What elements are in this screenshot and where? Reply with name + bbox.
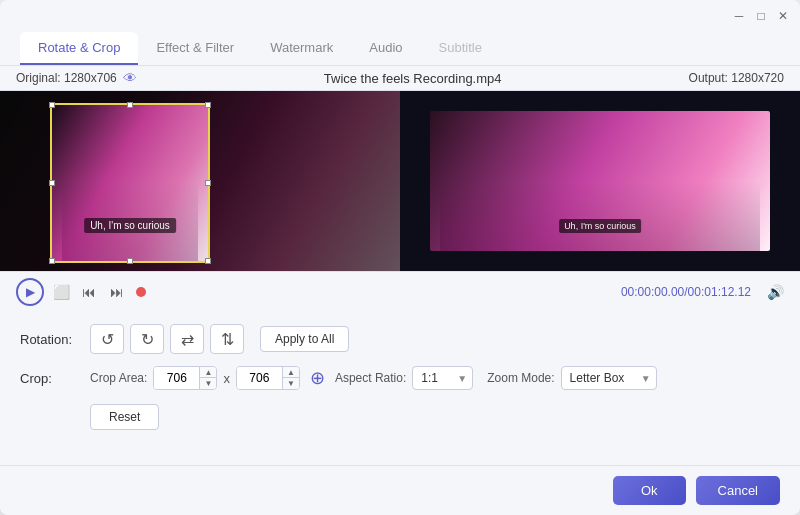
- crop-height-input[interactable]: [237, 367, 282, 389]
- reset-button[interactable]: Reset: [90, 404, 159, 430]
- preview-left: Uh, I'm so curious: [0, 91, 400, 271]
- output-resolution: Output: 1280x720: [689, 71, 784, 85]
- maximize-button[interactable]: □: [754, 9, 768, 23]
- aspect-ratio-wrap: 1:1 16:9 4:3 21:9 None ▼: [412, 366, 473, 390]
- aspect-ratio-select[interactable]: 1:1 16:9 4:3 21:9 None: [412, 366, 473, 390]
- eye-icon[interactable]: 👁: [123, 70, 137, 86]
- original-resolution: Original: 1280x706: [16, 71, 117, 85]
- ok-button[interactable]: Ok: [613, 476, 686, 505]
- zoom-mode-label: Zoom Mode:: [487, 371, 554, 385]
- preview-panels: Uh, I'm so curious Uh, I'm so curious: [0, 91, 800, 271]
- video-info-bar: Original: 1280x706 👁 Twice the feels Rec…: [0, 66, 800, 91]
- reset-row: Reset: [20, 402, 780, 430]
- video-title: Twice the feels Recording.mp4: [324, 71, 502, 86]
- rotation-row: Rotation: ↺ ↻ ⇄ ⇅ Apply to All: [20, 324, 780, 354]
- crop-width-input[interactable]: [154, 367, 199, 389]
- crop-width-spinners: ▲ ▼: [199, 367, 216, 389]
- flip-horizontal-btn[interactable]: ⇄: [170, 324, 204, 354]
- subtitle-right: Uh, I'm so curious: [559, 219, 641, 233]
- rotate-left-btn[interactable]: ↺: [90, 324, 124, 354]
- crop-width-input-wrap: ▲ ▼: [153, 366, 217, 390]
- controls-area: Rotation: ↺ ↻ ⇄ ⇅ Apply to All Crop: Cro…: [0, 312, 800, 465]
- close-button[interactable]: ✕: [776, 9, 790, 23]
- tab-bar: Rotate & Crop Effect & Filter Watermark …: [0, 32, 800, 66]
- footer-bar: Ok Cancel: [0, 465, 800, 515]
- tab-watermark[interactable]: Watermark: [252, 32, 351, 65]
- tab-audio[interactable]: Audio: [351, 32, 420, 65]
- playback-controls: ▶ ⬜ ⏮ ⏭: [16, 278, 128, 306]
- tab-subtitle: Subtitle: [421, 32, 500, 65]
- crop-height-spinners: ▲ ▼: [282, 367, 299, 389]
- record-dot: [136, 287, 146, 297]
- zoom-mode-select[interactable]: Letter Box Pan & Scan Full: [561, 366, 657, 390]
- play-button[interactable]: ▶: [16, 278, 44, 306]
- cancel-button[interactable]: Cancel: [696, 476, 780, 505]
- crop-row: Crop: Crop Area: ▲ ▼ x ▲ ▼ ⊕ Aspect Rati…: [20, 366, 780, 390]
- main-window: ─ □ ✕ Rotate & Crop Effect & Filter Wate…: [0, 0, 800, 515]
- rotate-right-btn[interactable]: ↻: [130, 324, 164, 354]
- stop-button[interactable]: ⬜: [50, 281, 72, 303]
- times-sign: x: [223, 371, 230, 386]
- tab-effect-filter[interactable]: Effect & Filter: [138, 32, 252, 65]
- title-bar: ─ □ ✕: [0, 0, 800, 32]
- apply-to-all-button[interactable]: Apply to All: [260, 326, 349, 352]
- aspect-ratio-label: Aspect Ratio:: [335, 371, 406, 385]
- video-original-info: Original: 1280x706 👁: [16, 70, 137, 86]
- crop-label: Crop:: [20, 371, 90, 386]
- center-icon[interactable]: ⊕: [310, 367, 325, 389]
- preview-right: Uh, I'm so curious: [400, 91, 800, 271]
- next-button[interactable]: ⏭: [106, 281, 128, 303]
- playback-bar: ▶ ⬜ ⏮ ⏭ 00:00:00.00/00:01:12.12 🔊: [0, 271, 800, 312]
- crop-height-down[interactable]: ▼: [283, 378, 299, 389]
- crop-width-down[interactable]: ▼: [200, 378, 216, 389]
- crop-height-input-wrap: ▲ ▼: [236, 366, 300, 390]
- rotation-buttons: ↺ ↻ ⇄ ⇅ Apply to All: [90, 324, 349, 354]
- flip-vertical-btn[interactable]: ⇅: [210, 324, 244, 354]
- minimize-button[interactable]: ─: [732, 9, 746, 23]
- zoom-mode-wrap: Letter Box Pan & Scan Full ▼: [561, 366, 657, 390]
- tab-rotate-crop[interactable]: Rotate & Crop: [20, 32, 138, 65]
- volume-icon[interactable]: 🔊: [767, 284, 784, 300]
- time-display: 00:00:00.00/00:01:12.12: [621, 285, 751, 299]
- crop-width-up[interactable]: ▲: [200, 367, 216, 378]
- prev-button[interactable]: ⏮: [78, 281, 100, 303]
- rotation-label: Rotation:: [20, 332, 90, 347]
- crop-height-up[interactable]: ▲: [283, 367, 299, 378]
- crop-area-label: Crop Area:: [90, 371, 147, 385]
